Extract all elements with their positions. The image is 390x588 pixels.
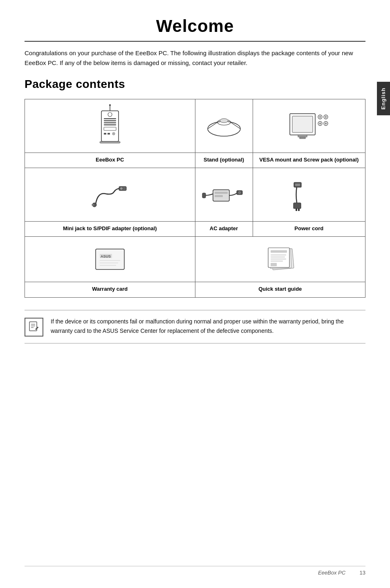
svg-rect-66 [271,260,283,262]
svg-rect-5 [104,120,116,121]
item-cell-mini-jack: Mini jack to S/PDIF adapter (optional) [25,168,195,237]
svg-rect-49 [295,184,300,186]
svg-rect-62 [271,250,287,253]
svg-point-18 [220,119,228,123]
intro-text: Congratulations on your purchase of the … [25,48,365,68]
note-icon [25,318,43,337]
svg-rect-44 [215,195,223,197]
note-box: If the device or its components fail or … [25,310,365,343]
svg-point-38 [120,187,123,190]
item-cell-warranty-card: ASUS Warranty card [25,237,195,297]
section-heading: Package contents [25,78,365,91]
item-cell-eee-box-pc: EeeBox PC [25,99,195,168]
svg-rect-67 [271,263,277,266]
stand-svg [204,112,244,140]
item-label-ac-adapter: AC adapter [195,221,253,236]
eee-box-pc-svg [96,103,124,148]
svg-point-47 [239,192,240,193]
svg-point-1 [109,104,111,106]
footer-product: EeeBox PC [318,570,345,576]
svg-rect-50 [294,203,301,209]
svg-rect-64 [271,256,285,258]
svg-rect-41 [202,193,206,198]
svg-rect-43 [215,192,228,194]
svg-rect-9 [104,133,106,135]
side-tab: English [377,82,390,115]
item-cell-ac-adapter: AC adapter [195,168,253,237]
item-cell-vesa-mount: VESA mount and Screw pack (optional) [253,99,365,168]
item-cell-power-cord: Power cord [253,168,365,237]
svg-rect-6 [104,122,116,123]
svg-point-14 [208,121,240,136]
page-title: Welcome [25,16,365,42]
item-label-eee-box-pc: EeeBox PC [25,153,195,168]
notepad-icon-svg [28,321,40,333]
svg-rect-2 [101,111,119,141]
svg-rect-53 [96,249,124,269]
item-label-warranty-card: Warranty card [25,282,195,297]
item-image-stand [195,99,253,153]
item-image-quick-start-guide [195,237,365,282]
svg-point-12 [113,133,114,134]
item-image-ac-adapter [195,168,253,221]
item-cell-stand: Stand (optional) [195,99,253,168]
svg-rect-8 [104,127,116,130]
svg-rect-65 [271,258,286,260]
svg-rect-10 [108,133,110,135]
svg-rect-51 [296,209,297,211]
svg-rect-13 [100,141,120,143]
svg-rect-20 [292,116,313,132]
page-container: English Welcome Congratulations on your … [0,0,390,588]
item-image-eee-box-pc [25,99,195,153]
item-label-quick-start-guide: Quick start guide [195,282,365,297]
mini-jack-svg [90,180,130,210]
quick-start-guide-svg [258,243,303,276]
item-image-warranty-card: ASUS [25,237,195,282]
svg-rect-21 [298,135,307,137]
svg-text:ASUS: ASUS [101,254,111,258]
item-image-mini-jack [25,168,195,221]
svg-rect-36 [92,204,94,206]
ac-adapter-svg [202,178,247,211]
page-footer: EeeBox PC 13 [25,566,365,576]
item-label-vesa-mount: VESA mount and Screw pack (optional) [253,153,365,168]
item-label-power-cord: Power cord [253,221,365,236]
svg-rect-52 [298,209,300,211]
item-image-power-cord [253,168,365,221]
power-cord-svg [291,178,327,211]
svg-point-3 [108,112,112,117]
footer-spacer [350,570,355,576]
item-label-mini-jack: Mini jack to S/PDIF adapter (optional) [25,221,195,236]
item-label-stand: Stand (optional) [195,153,253,168]
warranty-card-svg: ASUS [92,245,128,274]
item-image-vesa-mount [253,99,365,153]
svg-rect-22 [300,137,305,139]
footer-page: 13 [360,570,365,576]
package-table: EeeBox PC [25,99,365,298]
svg-rect-4 [104,118,116,119]
svg-rect-63 [271,254,286,256]
svg-rect-7 [104,124,116,126]
item-cell-quick-start-guide: Quick start guide [195,237,365,297]
note-text: If the device or its components fail or … [51,317,365,336]
vesa-mount-svg [287,105,332,146]
